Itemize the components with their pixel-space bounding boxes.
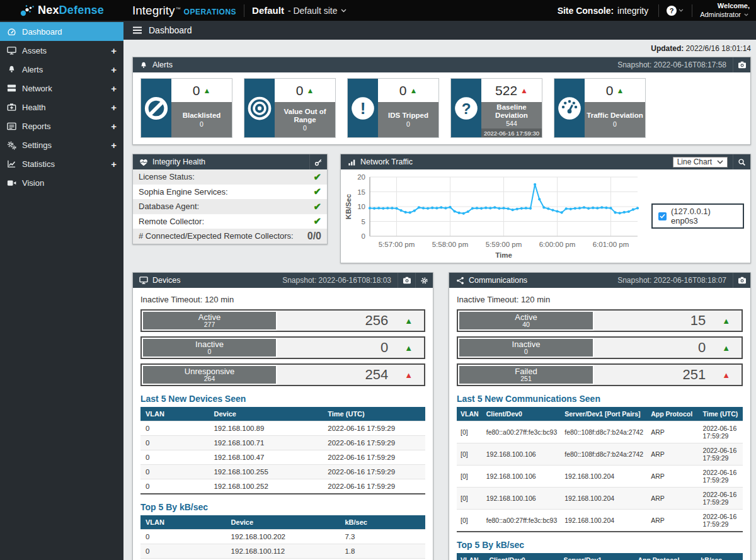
sidebar-item-label: Statistics [22,159,55,169]
table-cell: 0 [140,421,209,436]
table-cell: 192.168.100.71 [209,436,323,450]
hamburger-menu-icon[interactable] [133,26,142,34]
table-row: 0192.168.100.472022-06-16 17:59:29 [140,450,425,465]
help-menu[interactable]: ? [667,6,684,16]
summary-bar: Unresponsive264 [142,365,277,385]
column-header: App Protocol [647,407,699,421]
table-cell: 0 [140,530,226,544]
table-cell: [0] [457,421,483,443]
sidebar-item-network[interactable]: Network+ [0,79,123,98]
table-cell: fe80::108f:d8c7:b24a:2742 [561,421,647,443]
devices-panel-header: Devices Snapshot: 2022-06-16T08:18:03 [133,273,433,288]
tile-sub-count: 0 [613,120,617,128]
chevron-down-icon [341,9,346,13]
chevron-down-icon [679,9,684,13]
sidebar-item-alerts[interactable]: Alerts+ [0,60,123,79]
summary-count: 254 [365,367,388,383]
expand-plus-icon[interactable]: + [111,45,117,56]
trend-up-icon: ▲ [404,344,413,352]
camera-snapshot-button[interactable] [398,273,415,288]
tile-label-area: IDS Tripped0 [378,102,438,137]
tile-timestamp: 2022-06-16 17:59:30 [481,129,542,137]
expand-plus-icon[interactable]: + [111,140,117,151]
alert-tile-value-out-of-range[interactable]: 0▲Value Out of Range0 [244,78,336,138]
svg-text:?: ? [462,100,471,117]
tile-count: 0 [606,83,614,98]
gear-settings-button[interactable] [415,273,433,288]
zoom-chart-button[interactable] [733,154,750,169]
summary-sub-count: 40 [522,321,530,328]
app-title-main: Integrity [132,4,175,18]
bottom-row: Devices Snapshot: 2022-06-16T08:18:03 [132,272,751,560]
key-icon-button[interactable] [309,154,327,169]
sidebar-item-dashboard[interactable]: Dashboard [0,22,123,41]
tile-label: Traffic Deviation [587,111,643,120]
sidebar: DashboardAssets+Alerts+Network+Health+Re… [0,21,123,560]
health-label: Database Agent: [139,202,199,211]
table-row: [0]fe80::a00:27ff:fe3c:bc93fe80::108f:d8… [457,421,743,443]
legend-checkbox[interactable] [658,212,667,220]
expand-plus-icon[interactable]: + [111,83,117,94]
table-row: 0192.168.100.2552022-06-16 17:59:29 [140,465,425,479]
check-icon: ✔ [313,201,321,212]
communications-panel-body: Inactive Timeout: 120 min Active4015▲Ina… [449,288,750,560]
health-row: Sophia Engine Services:✔ [133,185,327,200]
summary-count: 251 [682,367,706,383]
communications-inactive-timeout: Inactive Timeout: 120 min [457,295,743,304]
expand-plus-icon[interactable]: + [111,102,117,113]
summary-bar: Inactive0 [142,338,277,358]
sidebar-item-settings[interactable]: Settings+ [0,135,123,154]
sidebar-menu: DashboardAssets+Alerts+Network+Health+Re… [0,22,123,192]
summary-value-area: 251▲ [594,365,742,385]
table-cell: 192.168.100.106 [483,488,561,510]
communications-panel-title: Communications [469,276,527,285]
table-cell: 2022-06-16 17:59:29 [699,421,743,443]
site-selector[interactable]: Default - Default site [252,5,346,16]
communications-panel-header: Communications Snapshot: 2022-06-16T08:1… [449,273,750,288]
sidebar-item-vision[interactable]: Vision [0,173,123,192]
trend-up-icon: ▲ [404,371,413,379]
column-header: VLAN [140,515,226,530]
table-row: 0192.168.100.2027.3 [140,530,425,544]
health-row: Database Agent:✔ [133,199,327,214]
summary-value-area: 0▲ [594,338,742,358]
sidebar-item-statistics[interactable]: Statistics+ [0,154,123,173]
summary-value-area: 15▲ [594,311,742,331]
chart-legend[interactable]: (127.0.0.1) enp0s3 [651,203,744,229]
camera-snapshot-button[interactable] [733,273,750,288]
tile-label-main: Traffic Deviation0 [585,102,645,137]
alert-tile-ids-tripped[interactable]: !0▲IDS Tripped0 [347,78,439,138]
brand-logo[interactable]: NexDefense [0,4,123,18]
devices-snapshot: Snapshot: 2022-06-16T08:18:03 [282,276,391,285]
expand-plus-icon[interactable]: + [111,159,117,169]
table-cell: 192.168.100.255 [209,465,323,479]
integrity-health-header: Integrity Health [133,154,327,169]
summary-bar: Failed251 [458,365,594,385]
alert-tile-baseline-deviation[interactable]: ?522▲Baseline Deviation5442022-06-16 17:… [450,78,542,138]
sidebar-item-assets[interactable]: Assets+ [0,41,123,60]
page-title: Dashboard [149,25,192,35]
line-chart-icon [7,159,16,169]
sidebar-item-health[interactable]: Health+ [0,98,123,117]
summary-value-area: 0▲ [277,338,424,358]
tile-label-main: Value Out of Range0 [275,102,335,137]
table-row: 0192.168.100.712022-06-16 17:59:29 [140,436,425,450]
alert-tile-blacklisted[interactable]: 0▲Blacklisted0 [140,78,232,138]
check-icon: ✔ [313,171,321,183]
user-menu[interactable]: Welcome, Administrator [700,2,750,18]
table-cell: 192.168.100.112 [226,544,340,559]
camera-snapshot-button[interactable] [733,57,750,72]
expand-plus-icon[interactable]: + [111,121,117,132]
chart-type-select[interactable]: Line Chart [673,157,728,168]
alert-tile-traffic-deviation[interactable]: 0▲Traffic Deviation0 [554,78,646,138]
tile-label-main: IDS Tripped0 [378,102,438,137]
main-layout: DashboardAssets+Alerts+Network+Health+Re… [0,21,756,560]
sidebar-item-reports[interactable]: Reports+ [0,117,123,135]
column-header: VLAN [140,407,209,421]
header-divider [658,4,659,17]
expand-plus-icon[interactable]: + [111,64,117,75]
summary-label: Active [515,313,537,322]
tile-count: 0 [193,83,200,98]
desktop-icon [7,46,16,55]
tile-count: 522 [495,83,517,98]
